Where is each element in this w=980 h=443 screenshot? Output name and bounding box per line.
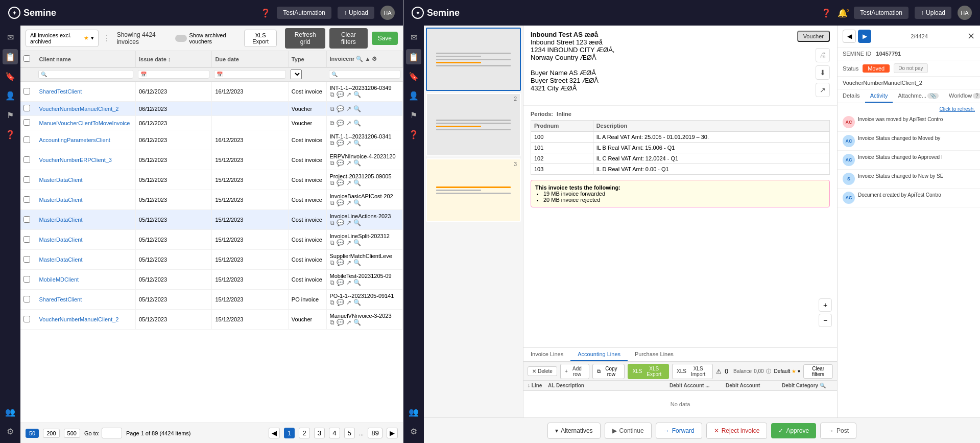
open-icon[interactable]: ↗ [346,105,351,112]
row-checkbox[interactable] [23,296,30,302]
voucher-badge-btn[interactable]: Voucher [797,31,830,42]
copy-icon[interactable]: ⧉ [330,259,334,266]
right-help-icon[interactable]: ❓ [821,8,831,18]
search-acc-icon[interactable]: 🔍 [820,383,826,388]
copy-icon[interactable]: ⧉ [330,199,334,206]
filter-due[interactable] [214,70,285,79]
filter-chip[interactable]: All invoices excl. archived ★ ▾ [26,30,99,47]
row-checkbox[interactable] [23,216,30,223]
client-name[interactable]: ManuelVoucherClientToMoveInvoice [39,120,130,126]
table-row[interactable]: SharedTestClient 05/12/2023 15/12/2023 P… [20,290,403,310]
client-name[interactable]: MasterDataClient [39,257,83,263]
copy-icon[interactable]: ⧉ [330,105,334,112]
page-btn-3[interactable]: 3 [314,428,325,438]
sidebar-icon-users[interactable]: 👥 [3,404,18,419]
copy-icon[interactable]: ⧉ [330,239,334,246]
search-row-icon[interactable]: 🔍 [353,259,361,266]
next-page-btn[interactable]: ▶ [387,428,398,438]
client-name[interactable]: SharedTestClient [39,88,82,95]
page-btn-5[interactable]: 5 [344,428,355,438]
open-icon[interactable]: ↗ [346,91,351,98]
approve-btn[interactable]: ✓ Approve [771,423,816,438]
gear-icon[interactable]: ⚙ [372,56,377,62]
table-row[interactable]: MasterDataClient 05/12/2023 15/12/2023 C… [20,170,403,190]
delete-row-btn[interactable]: ✕ Delete [528,366,557,376]
copy-icon[interactable]: ⧉ [330,159,334,167]
filter-client[interactable] [38,70,133,79]
copy-icon[interactable]: ⧉ [330,139,334,147]
chat-icon[interactable]: 💬 [337,139,344,147]
search-row-icon[interactable]: 🔍 [353,279,361,286]
open-icon[interactable]: ↗ [346,299,351,306]
copy-icon[interactable]: ⧉ [330,91,334,98]
add-row-btn[interactable]: + Add row [560,364,589,379]
open-icon[interactable]: ↗ [346,279,351,286]
table-row[interactable]: VoucherNumberERPClient_3 05/12/2023 15/1… [20,150,403,170]
reject-btn[interactable]: ✕ Reject invoice [706,423,768,439]
copy-row-btn[interactable]: ⧉ Copy row [592,364,625,379]
chat-icon[interactable]: 💬 [337,105,344,112]
right-sidebar-users[interactable]: 👥 [406,404,421,419]
open-icon[interactable]: ↗ [346,259,351,266]
sidebar-icon-help[interactable]: ❓ [3,127,18,142]
row-checkbox[interactable] [23,316,30,322]
right-sidebar-user[interactable]: 👤 [406,88,421,103]
chat-icon[interactable]: 💬 [337,120,344,127]
chat-icon[interactable]: 💬 [337,319,344,326]
chat-icon[interactable]: 💬 [337,239,344,246]
right-sidebar-flag[interactable]: ⚑ [406,107,421,123]
right-sidebar-help[interactable]: ❓ [406,127,421,142]
continue-btn[interactable]: ▶ Continue [605,423,652,439]
row-checkbox[interactable] [23,156,30,163]
chat-icon[interactable]: 💬 [337,199,344,206]
page-btn-1[interactable]: 1 [284,428,295,438]
zoom-out-btn[interactable]: − [819,314,832,327]
table-row[interactable]: MasterDataClient 05/12/2023 15/12/2023 C… [20,230,403,250]
do-not-pay-btn[interactable]: Do not pay [894,63,927,73]
search-icon-th[interactable]: 🔍 [356,56,363,62]
click-refresh[interactable]: Click to refresh. [838,105,980,113]
tab-invoice-lines[interactable]: Invoice Lines [523,348,570,361]
search-row-icon[interactable]: 🔍 [353,91,361,98]
alternatives-btn[interactable]: ▾ Alternatives [547,423,601,439]
goto-input[interactable] [102,428,122,438]
chat-icon[interactable]: 💬 [337,279,344,286]
right-sidebar-mail[interactable]: ✉ [406,30,421,45]
archived-toggle-switch[interactable] [175,35,187,42]
table-row[interactable]: SharedTestClient 06/12/2023 16/12/2023 C… [20,81,403,102]
client-name[interactable]: MasterDataClient [39,177,83,183]
detail-tab-activity[interactable]: Activity [865,89,893,103]
client-name[interactable]: VoucherNumberManuelClient_2 [39,106,119,112]
table-row[interactable]: MasterDataClient 05/12/2023 15/12/2023 C… [20,250,403,270]
detail-tab-details[interactable]: Details [838,89,865,103]
sidebar-icon-settings[interactable]: ⚙ [3,424,18,439]
automation-button[interactable]: TestAutomation [277,7,331,19]
sidebar-icon-flag[interactable]: ⚑ [3,107,18,123]
right-automation-button[interactable]: TestAutomation [854,7,909,19]
row-checkbox[interactable] [23,256,30,263]
refresh-grid-button[interactable]: Refresh grid [285,28,325,49]
open-icon[interactable]: ↗ [346,319,351,326]
sidebar-icon-mail[interactable]: ✉ [3,30,18,45]
sidebar-icon-user[interactable]: 👤 [3,88,18,103]
page-btn-4[interactable]: 4 [329,428,340,438]
forward-btn[interactable]: → Forward [656,423,702,439]
search-row-icon[interactable]: 🔍 [353,299,361,306]
chat-icon[interactable]: 💬 [337,179,344,186]
close-detail-btn[interactable]: ✕ [967,31,975,42]
xls-export-button[interactable]: XLS Export [244,30,277,47]
open-icon[interactable]: ↗ [346,159,351,167]
copy-icon[interactable]: ⧉ [330,299,334,306]
notification-icon[interactable]: 🔔0 [838,8,848,18]
sort-asc-icon[interactable]: ▲ [365,56,371,62]
chat-icon[interactable]: 💬 [337,219,344,226]
avatar[interactable]: HA [380,6,395,20]
table-row[interactable]: ManuelVoucherClientToMoveInvoice 06/12/2… [20,116,403,130]
thumb-1[interactable] [426,28,521,91]
client-name[interactable]: VoucherNumberERPClient_3 [39,157,112,163]
client-name[interactable]: SharedTestClient [39,296,82,302]
chat-icon[interactable]: 💬 [337,91,344,98]
row-checkbox[interactable] [23,276,30,283]
search-row-icon[interactable]: 🔍 [353,159,361,167]
download-icon[interactable]: ⬇ [816,65,830,80]
